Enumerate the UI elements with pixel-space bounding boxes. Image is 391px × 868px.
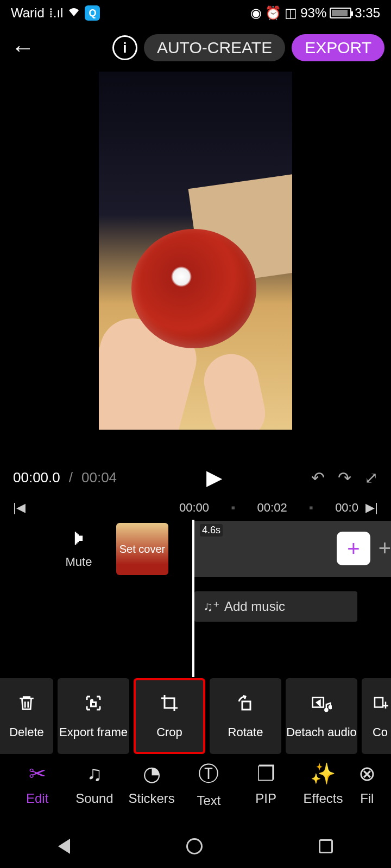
tool-label: Detach audio [286,725,357,739]
skip-start-button[interactable]: |◀ [13,501,26,515]
timeline-ruler[interactable]: |◀ 00:00 ▪ 00:02 ▪ 00:0 ▶| [0,495,391,521]
alarm-icon: ⏰ [265,5,281,21]
tool-label: Export frame [59,725,128,739]
tool-label: Rotate [228,725,263,739]
search-app-icon: Q [85,5,100,21]
tab-label: Stickers [128,791,174,806]
svg-point-1 [91,700,93,701]
add-music-label: Add music [224,599,285,614]
preview-content [131,229,256,348]
svg-point-4 [325,709,327,711]
auto-create-button[interactable]: AUTO-CREATE [144,34,285,61]
time-total: 00:04 [81,469,117,486]
pip-icon: ❐ [257,762,275,786]
svg-rect-6 [375,698,383,707]
tool-rotate[interactable]: Rotate [210,678,281,754]
export-button[interactable]: EXPORT [292,34,384,61]
tool-label: Delete [9,725,44,739]
svg-rect-2 [242,701,250,710]
tab-effects[interactable]: ✨ Effects [294,762,351,806]
clock-label: 3:35 [355,5,380,21]
tab-label: PIP [255,791,276,806]
tab-label: Text [197,793,220,808]
status-bar: Warid ⁞.ıl Q ◉ ⏰ ◫ 93% 3:35 [0,0,391,26]
vibrate-icon: ◫ [285,5,297,21]
tool-export-frame[interactable]: Export frame [58,678,129,754]
tick-label: 00:00 [179,501,209,515]
add-clip-button[interactable]: + [337,532,370,565]
filters-icon: ⊗ [358,762,376,786]
time-separator: / [69,469,73,486]
tab-edit[interactable]: ✂ Edit [9,762,66,806]
tool-label: Crop [156,725,182,739]
set-cover-label: Set cover [119,543,165,556]
set-cover-button[interactable]: Set cover [116,523,168,575]
tool-delete[interactable]: Delete [0,678,53,754]
tick-dot: ▪ [309,501,313,515]
rotate-icon [236,693,255,718]
crop-icon [160,693,179,718]
tab-label: Sound [75,791,113,806]
eye-icon: ◉ [250,5,262,21]
add-music-button[interactable]: ♫⁺ Add music [194,591,357,622]
tab-pip[interactable]: ❐ PIP [237,762,294,806]
mute-label: Mute [49,555,109,569]
svg-point-5 [329,706,332,709]
play-button[interactable]: ▶ [206,465,222,489]
fullscreen-button[interactable]: ⤢ [364,468,378,487]
undo-button[interactable]: ↶ [311,468,325,487]
clip-duration-label: 4.6s [200,524,223,537]
signal-icon: ⁞.ıl [49,5,64,21]
time-ticks: 00:00 ▪ 00:02 ▪ 00:0 [179,501,358,515]
tick-dot: ▪ [231,501,235,515]
copy-icon [372,693,388,718]
detach-audio-icon [311,693,332,718]
effects-icon: ✨ [310,762,336,786]
battery-pct: 93% [300,5,326,21]
text-icon: Ⓣ [198,760,219,788]
wifi-icon [67,5,80,21]
timeline[interactable]: 🕨 Mute Set cover 4.6s + + ♫⁺ Add music [0,521,391,640]
skip-end-button[interactable]: ▶| [365,501,378,515]
tick-label: 00:02 [257,501,287,515]
trash-icon [17,693,36,718]
tab-label: Effects [303,791,343,806]
tab-stickers[interactable]: ◔ Stickers [123,762,180,806]
tool-crop[interactable]: Crop [134,678,205,754]
redo-button[interactable]: ↷ [338,468,351,487]
nav-recent-button[interactable] [319,839,333,853]
video-preview[interactable] [99,72,292,430]
transport-bar: 00:00.0 / 00:04 ▶ ↶ ↷ ⤢ [0,460,391,495]
sticker-icon: ◔ [143,762,161,786]
preview-content [199,349,270,430]
nav-back-button[interactable] [58,839,70,854]
tool-detach-audio[interactable]: Detach audio [286,678,357,754]
tick-label: 00:0 [335,501,358,515]
export-frame-icon [84,693,103,718]
tab-text[interactable]: Ⓣ Text [180,760,237,808]
tool-copy[interactable]: Co [362,678,391,754]
music-note-icon: ♫⁺ [203,599,220,614]
back-button[interactable]: ← [7,30,39,66]
mute-button[interactable]: 🕨 Mute [49,526,109,569]
clip-thumb [260,521,326,577]
preview-area [0,69,391,460]
editor-top-bar: ← i AUTO-CREATE EXPORT [0,26,391,69]
music-icon: ♫ [87,762,103,786]
add-clip-overflow[interactable]: + [379,536,391,560]
tab-label: Fil [360,791,374,806]
speaker-icon: 🕨 [49,526,109,550]
time-current: 00:00.0 [13,469,60,486]
android-nav-bar [0,825,391,868]
svg-rect-0 [91,702,96,706]
scissors-icon: ✂ [29,762,46,786]
tab-sound[interactable]: ♫ Sound [66,762,123,806]
tab-filters[interactable]: ⊗ Fil [352,762,382,806]
battery-icon [330,8,351,18]
tab-label: Edit [26,791,48,806]
editor-tabs: ✂ Edit ♫ Sound ◔ Stickers Ⓣ Text ❐ PIP ✨… [0,754,391,814]
clip-tools-row[interactable]: Delete Export frame Crop Rotate Detach a… [0,678,391,754]
nav-home-button[interactable] [186,838,203,854]
info-button[interactable]: i [112,35,137,60]
playhead[interactable] [192,520,194,677]
